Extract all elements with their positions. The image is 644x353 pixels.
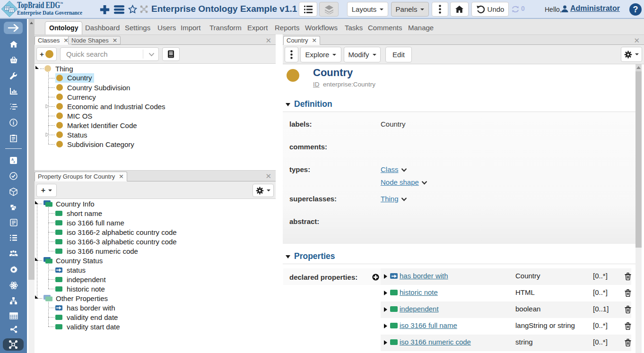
svg-text:z: z bbox=[13, 160, 15, 164]
